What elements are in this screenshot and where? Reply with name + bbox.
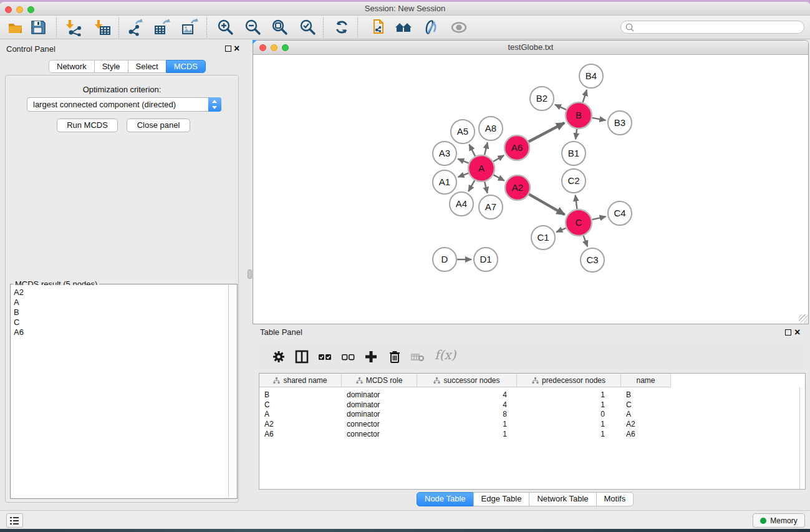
node-B3[interactable]: B3 bbox=[608, 111, 632, 135]
edge-A-A5[interactable] bbox=[469, 145, 475, 157]
edge-C-C4[interactable] bbox=[592, 216, 605, 220]
node-A2[interactable]: A2 bbox=[505, 175, 530, 200]
network-graph[interactable]: B4B2BB3A5A8A6A3AB1A1C2A2A4A7C4CC1DD1C3 bbox=[253, 55, 808, 324]
zoom-out-icon[interactable] bbox=[244, 19, 261, 36]
mcds-result-item[interactable]: C bbox=[14, 317, 229, 327]
export-image-icon[interactable] bbox=[181, 19, 198, 36]
node-C2[interactable]: C2 bbox=[562, 169, 586, 193]
cell-shared-name[interactable]: A2 bbox=[264, 420, 340, 429]
run-mcds-button[interactable]: Run MCDS bbox=[57, 118, 118, 132]
mcds-result-item[interactable]: A6 bbox=[14, 327, 229, 337]
network-minimize-light[interactable] bbox=[271, 44, 277, 51]
import-network-icon[interactable] bbox=[65, 19, 83, 36]
open-file-icon[interactable] bbox=[7, 19, 24, 36]
cell-successor-nodes[interactable]: 8 bbox=[417, 410, 507, 419]
import-table-icon[interactable] bbox=[94, 19, 112, 36]
table-scrollbar[interactable] bbox=[799, 387, 805, 489]
table-panel-close-icon[interactable]: × bbox=[794, 329, 800, 336]
minimize-traffic-light[interactable] bbox=[16, 6, 23, 13]
node-A8[interactable]: A8 bbox=[479, 117, 503, 140]
node-C1[interactable]: C1 bbox=[531, 226, 555, 249]
task-history-button[interactable] bbox=[6, 513, 23, 528]
node-C[interactable]: C bbox=[566, 210, 592, 236]
criterion-select[interactable]: largest connected component (directed) bbox=[27, 97, 221, 112]
mcds-result-item[interactable]: B bbox=[14, 307, 229, 317]
network-zoom-light[interactable] bbox=[282, 44, 289, 51]
function-builder-icon[interactable]: f(x) bbox=[435, 347, 456, 362]
cell-MCDS-role[interactable]: connector bbox=[347, 430, 416, 439]
cell-predecessor-nodes[interactable]: 1 bbox=[517, 390, 605, 400]
edge-A-A3[interactable] bbox=[458, 159, 468, 163]
tab-select[interactable]: Select bbox=[128, 60, 166, 73]
show-graphics-details-icon[interactable] bbox=[450, 19, 468, 36]
edge-A-A1[interactable] bbox=[458, 173, 469, 177]
cell-MCDS-role[interactable]: dominator bbox=[347, 400, 416, 410]
mcds-result-item[interactable]: A bbox=[14, 297, 229, 307]
network-close-light[interactable] bbox=[259, 44, 266, 51]
cell-name[interactable]: A2 bbox=[626, 420, 670, 429]
node-B1[interactable]: B1 bbox=[562, 142, 586, 165]
node-A7[interactable]: A7 bbox=[479, 195, 503, 219]
network-canvas[interactable]: B4B2BB3A5A8A6A3AB1A1C2A2A4A7C4CC1DD1C3 bbox=[253, 55, 808, 324]
search-field[interactable] bbox=[620, 21, 804, 34]
edge-B-B2[interactable] bbox=[555, 105, 566, 110]
node-A[interactable]: A bbox=[468, 155, 494, 181]
edge-A2-C[interactable] bbox=[529, 194, 564, 215]
table-settings-icon[interactable] bbox=[271, 349, 286, 364]
node-C4[interactable]: C4 bbox=[608, 201, 632, 225]
node-C3[interactable]: C3 bbox=[581, 248, 604, 272]
tab-edge-table[interactable]: Edge Table bbox=[473, 492, 530, 506]
zoom-selected-icon[interactable] bbox=[299, 19, 316, 36]
cell-shared-name[interactable]: B bbox=[264, 390, 340, 400]
table-panel-float-icon[interactable] bbox=[785, 329, 791, 336]
edge-C-C2[interactable] bbox=[576, 195, 577, 209]
control-panel-float-icon[interactable] bbox=[225, 46, 231, 52]
network-window-titlebar[interactable]: testGlobe.txt bbox=[253, 41, 808, 55]
export-table-icon[interactable] bbox=[153, 19, 171, 36]
edge-C-C3[interactable] bbox=[584, 236, 588, 247]
cell-successor-nodes[interactable]: 4 bbox=[417, 400, 507, 410]
edge-A6-B[interactable] bbox=[529, 123, 564, 142]
window-resize-grip[interactable] bbox=[799, 314, 808, 323]
cell-name[interactable]: B bbox=[626, 390, 670, 400]
node-D[interactable]: D bbox=[433, 248, 456, 271]
edge-B-B3[interactable] bbox=[592, 118, 606, 120]
cell-predecessor-nodes[interactable]: 0 bbox=[517, 410, 605, 419]
save-session-icon[interactable] bbox=[29, 19, 47, 36]
node-B4[interactable]: B4 bbox=[579, 64, 603, 88]
column-header-shared-name[interactable]: shared name bbox=[259, 374, 342, 387]
delete-table-icon[interactable] bbox=[410, 349, 425, 364]
cell-shared-name[interactable]: C bbox=[264, 400, 340, 410]
deselect-all-columns-icon[interactable] bbox=[340, 349, 355, 364]
search-input[interactable] bbox=[637, 22, 799, 32]
delete-column-icon[interactable] bbox=[387, 349, 402, 364]
network-snapshot-icon[interactable] bbox=[369, 19, 387, 36]
network-view-window[interactable]: testGlobe.txt B4B2BB3A5A8A6A3AB1A1C2A2A4… bbox=[253, 40, 809, 324]
cell-MCDS-role[interactable]: dominator bbox=[347, 410, 416, 419]
cybrowser-home-icon[interactable] bbox=[395, 19, 412, 36]
tab-node-table[interactable]: Node Table bbox=[417, 492, 474, 506]
node-A1[interactable]: A1 bbox=[433, 170, 456, 194]
column-header-predecessor-nodes[interactable]: predecessor nodes bbox=[517, 374, 621, 387]
cell-MCDS-role[interactable]: connector bbox=[347, 420, 416, 429]
mcds-result-list[interactable]: A2ABCA6 bbox=[11, 285, 229, 498]
zoom-in-icon[interactable] bbox=[216, 19, 234, 36]
cell-successor-nodes[interactable]: 1 bbox=[417, 430, 507, 439]
cell-predecessor-nodes[interactable]: 1 bbox=[517, 420, 605, 429]
edge-C-C1[interactable] bbox=[556, 228, 566, 233]
app-titlebar[interactable]: Session: New Session bbox=[0, 2, 810, 16]
control-panel-close-icon[interactable]: × bbox=[234, 45, 239, 52]
node-A4[interactable]: A4 bbox=[450, 192, 473, 216]
close-panel-button[interactable]: Close panel bbox=[127, 118, 190, 132]
cell-name[interactable]: A bbox=[626, 410, 670, 419]
node-B2[interactable]: B2 bbox=[530, 87, 554, 110]
mcds-list-scrollbar[interactable] bbox=[228, 285, 236, 498]
export-network-icon[interactable] bbox=[127, 19, 145, 36]
zoom-fit-icon[interactable] bbox=[271, 19, 288, 36]
tab-mcds[interactable]: MCDS bbox=[166, 60, 206, 73]
node-D1[interactable]: D1 bbox=[474, 248, 498, 271]
edge-A-A4[interactable] bbox=[468, 180, 475, 191]
memory-button[interactable]: Memory bbox=[753, 513, 805, 528]
split-panel-icon[interactable] bbox=[294, 349, 309, 364]
tab-network[interactable]: Network bbox=[49, 60, 95, 73]
